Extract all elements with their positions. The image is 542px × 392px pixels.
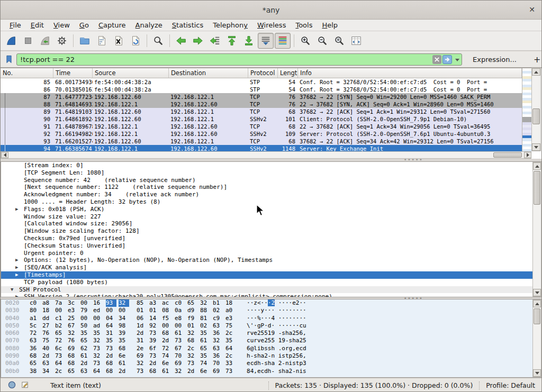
hex-byte[interactable]: a0 — [225, 307, 236, 314]
hex-byte[interactable]: 69 — [137, 352, 147, 360]
hex-byte[interactable]: 73 — [149, 352, 160, 360]
display-filter-field[interactable]: !tcp.port == 22 — [16, 53, 462, 66]
hex-byte[interactable]: a1 — [30, 315, 40, 322]
hex-byte[interactable]: 63 — [213, 322, 223, 330]
hex-byte[interactable]: 68 — [119, 345, 129, 352]
bytes-vscrollbar[interactable] — [532, 299, 541, 377]
detail-line[interactable]: TCP payload (1080 bytes) — [1, 279, 542, 286]
hex-byte[interactable]: 6f — [149, 345, 160, 352]
go-to-bottom-button[interactable] — [241, 33, 257, 49]
hex-ascii[interactable]: 84,ecdh- sha2-nis — [247, 368, 306, 375]
scrollbar-thumb[interactable] — [532, 108, 540, 124]
hex-byte[interactable]: c0 — [30, 299, 40, 307]
hex-byte[interactable]: 62 — [80, 345, 91, 352]
hex-byte[interactable]: 65 — [80, 337, 91, 344]
hex-byte[interactable]: 61 — [119, 360, 129, 367]
menu-view[interactable]: View — [49, 20, 75, 30]
hex-byte[interactable]: 01 — [187, 322, 198, 330]
packet-list-vscrollbar[interactable] — [531, 68, 541, 151]
packet-row-92[interactable]: 9271.661949820192.168.122.1192.168.122.6… — [1, 130, 522, 138]
scroll-up-button[interactable] — [532, 68, 540, 76]
packet-row-91[interactable]: 9171.648789678192.168.122.1192.168.122.6… — [1, 123, 522, 130]
hex-byte[interactable]: 76 — [42, 330, 53, 337]
detail-line[interactable]: [Checksum Status: Unverified] — [1, 242, 542, 250]
hex-byte[interactable]: b2 — [55, 322, 66, 330]
menu-go[interactable]: Go — [75, 20, 94, 30]
menu-analyze[interactable]: Analyze — [131, 20, 167, 30]
hex-byte[interactable]: e3 — [68, 307, 78, 314]
hex-byte[interactable]: 34 — [119, 315, 129, 322]
zoom-original-button[interactable] — [331, 33, 347, 49]
hex-byte[interactable]: 74 — [162, 352, 173, 360]
hex-byte[interactable]: 01 — [149, 307, 160, 314]
hex-byte[interactable]: 34 — [42, 368, 53, 375]
hex-byte[interactable]: 72 — [55, 337, 66, 344]
menu-help[interactable]: Help — [317, 20, 342, 30]
menu-edit[interactable]: Edit — [26, 20, 49, 30]
hex-byte[interactable]: 80 — [30, 307, 40, 314]
hex-byte[interactable]: 65 — [200, 345, 211, 352]
detail-line[interactable]: [Next sequence number: 1122 (relative se… — [1, 184, 542, 191]
go-back-button[interactable] — [173, 33, 189, 49]
hex-byte[interactable]: 6c — [55, 345, 66, 352]
reload-capture-file-button[interactable] — [128, 33, 143, 49]
hex-ascii[interactable]: rve25519 -sha256, — [247, 330, 306, 337]
column-header-length[interactable]: Length — [278, 68, 298, 78]
column-header-info[interactable]: Info — [298, 68, 522, 78]
hex-byte[interactable]: 36 — [30, 345, 40, 352]
packet-row-88[interactable]: 8871.648146932192.168.122.1192.168.122.6… — [1, 101, 522, 108]
hex-byte[interactable]: 68 — [30, 352, 40, 360]
hex-byte[interactable]: 32 — [68, 330, 78, 337]
hex-byte[interactable]: 00 — [162, 322, 173, 330]
hex-byte[interactable]: 06 — [137, 315, 147, 322]
hex-byte[interactable]: 35 — [106, 337, 116, 344]
hex-byte[interactable]: 64 — [225, 345, 236, 352]
column-header-protocol[interactable]: Protocol — [248, 68, 278, 78]
hex-byte[interactable]: 73 — [93, 345, 104, 352]
hex-byte[interactable]: 68 — [106, 368, 116, 375]
hex-byte[interactable]: 81 — [200, 315, 211, 322]
hex-byte[interactable]: dd — [42, 315, 53, 322]
hex-byte[interactable]: 32 — [119, 299, 129, 307]
hex-byte[interactable]: 74 — [200, 360, 211, 367]
start-capture-button[interactable] — [3, 33, 19, 49]
hex-byte[interactable]: 68 — [149, 368, 160, 375]
hex-byte[interactable]: 69 — [213, 368, 223, 375]
hex-byte[interactable]: 35 — [119, 337, 129, 344]
hex-byte[interactable]: 2c — [225, 352, 236, 360]
column-header-time[interactable]: Time — [53, 68, 93, 78]
hex-byte[interactable]: 31 — [137, 337, 147, 344]
hex-byte[interactable]: 39 — [149, 337, 160, 344]
hex-byte[interactable]: 1d — [137, 322, 147, 330]
hex-byte[interactable]: 61 — [80, 352, 91, 360]
hex-byte[interactable]: 40 — [42, 345, 53, 352]
hex-byte[interactable]: 35 — [225, 337, 236, 344]
hex-byte[interactable]: 32 — [187, 352, 198, 360]
hex-byte[interactable]: 25 — [68, 315, 78, 322]
hex-byte[interactable]: 18 — [42, 307, 53, 314]
scroll-up-button[interactable] — [533, 162, 541, 170]
find-packet-button[interactable] — [150, 33, 166, 49]
restart-capture-button[interactable] — [37, 33, 53, 49]
stop-capture-button[interactable] — [20, 33, 36, 49]
scrollbar-thumb[interactable] — [534, 171, 540, 205]
hex-byte[interactable]: 32 — [187, 330, 198, 337]
menu-telephony[interactable]: Telephony — [208, 20, 252, 30]
hex-byte[interactable]: 00 — [119, 307, 129, 314]
packet-row-89[interactable]: 8971.648191037192.168.122.60192.168.122.… — [1, 108, 522, 115]
hex-ascii[interactable]: ····y··· ········ — [247, 307, 306, 314]
hex-byte[interactable]: 2d — [106, 352, 116, 360]
hex-byte[interactable]: 70 — [175, 352, 185, 360]
column-header-destination[interactable]: Destination — [169, 68, 248, 78]
hex-byte[interactable]: 2e — [137, 345, 147, 352]
hex-byte[interactable]: 64 — [106, 322, 116, 330]
open-capture-file-button[interactable] — [77, 33, 93, 49]
hex-byte[interactable]: 73 — [187, 360, 198, 367]
hex-byte[interactable]: 02 — [200, 322, 211, 330]
hex-byte[interactable]: 79 — [80, 307, 91, 314]
hex-byte[interactable]: 73 — [55, 352, 66, 360]
scroll-left-button[interactable] — [1, 152, 8, 158]
hex-ascii[interactable]: ecdh-sha 2-nistp3 — [247, 360, 306, 367]
hex-byte[interactable]: 2d — [162, 337, 173, 344]
hex-byte[interactable]: 69 — [68, 345, 78, 352]
